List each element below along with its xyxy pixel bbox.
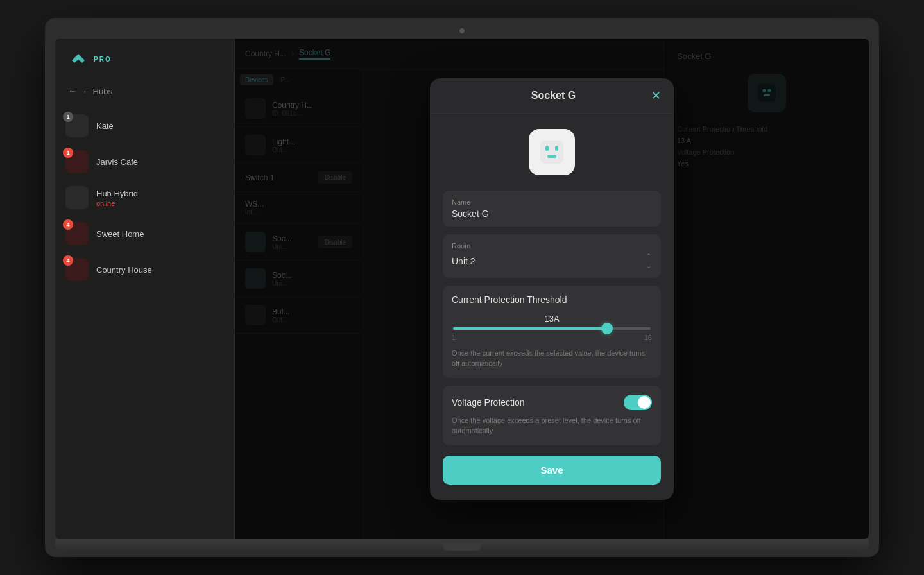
hub-name-kate: Kate bbox=[96, 121, 224, 131]
modal-title: Socket G bbox=[531, 90, 576, 101]
hub-status-hybrid: online bbox=[96, 200, 224, 207]
hub-badge-jarvis: 1 bbox=[63, 148, 73, 158]
hub-name-hybrid: Hub Hybrid bbox=[96, 189, 224, 198]
app-container: PRO ← ← Hubs 1 Kate bbox=[55, 39, 869, 539]
slider-value-label: 13A bbox=[452, 314, 652, 323]
socket-illustration bbox=[536, 137, 567, 167]
main-content: Country H... › Socket G • Nattybook 11 ⇄… bbox=[235, 39, 869, 539]
slider-min-label: 1 bbox=[452, 334, 456, 341]
laptop-notch bbox=[443, 543, 481, 551]
save-button[interactable]: Save bbox=[443, 456, 661, 485]
laptop-shell: PRO ← ← Hubs 1 Kate bbox=[45, 18, 879, 557]
laptop-screen: PRO ← ← Hubs 1 Kate bbox=[55, 39, 869, 539]
hub-item-kate[interactable]: 1 Kate bbox=[55, 108, 234, 144]
hub-item-jarvis[interactable]: 1 Jarvis Cafe bbox=[55, 144, 234, 180]
app-title-label: PRO bbox=[94, 56, 112, 63]
svg-rect-5 bbox=[545, 146, 549, 151]
hub-item-country[interactable]: 4 Country House bbox=[55, 252, 234, 288]
name-value: Socket G bbox=[452, 209, 652, 219]
hub-item-hybrid[interactable]: Hub Hybrid online bbox=[55, 180, 234, 216]
room-chevron-icon: ⌃⌄ bbox=[646, 252, 652, 270]
slider-max-label: 16 bbox=[644, 334, 652, 341]
voltage-toggle[interactable] bbox=[624, 395, 652, 410]
back-button[interactable]: ← ← Hubs bbox=[55, 80, 234, 103]
slider-thumb[interactable] bbox=[601, 323, 613, 334]
room-value: Unit 2 bbox=[452, 256, 475, 266]
hub-avatar-hybrid bbox=[65, 186, 89, 209]
hub-avatar-kate: 1 bbox=[65, 114, 89, 137]
slider-container[interactable] bbox=[452, 327, 652, 330]
sidebar: PRO ← ← Hubs 1 Kate bbox=[55, 39, 235, 539]
slider-track bbox=[453, 327, 651, 330]
hub-badge-sweet: 4 bbox=[63, 219, 73, 230]
hub-list: 1 Kate 1 Jarvis Cafe bbox=[55, 103, 234, 539]
modal-header: Socket G ✕ bbox=[430, 78, 674, 114]
modal-close-button[interactable]: ✕ bbox=[651, 90, 661, 101]
svg-rect-4 bbox=[540, 141, 563, 164]
logo-icon bbox=[68, 51, 89, 67]
back-label: ← Hubs bbox=[82, 87, 112, 96]
room-field[interactable]: Room Unit 2 ⌃⌄ bbox=[443, 234, 661, 278]
hub-avatar-country: 4 bbox=[65, 258, 89, 281]
socket-icon bbox=[529, 129, 575, 175]
voltage-title: Voltage Protection bbox=[452, 397, 525, 408]
hub-badge-country: 4 bbox=[63, 255, 73, 266]
laptop-base bbox=[55, 539, 869, 554]
hub-avatar-jarvis: 1 bbox=[65, 150, 89, 173]
slider-labels: 1 16 bbox=[452, 334, 652, 341]
name-label: Name bbox=[452, 198, 652, 206]
toggle-thumb bbox=[638, 396, 651, 409]
hub-badge-kate: 1 bbox=[63, 112, 73, 122]
modal-dialog: Socket G ✕ bbox=[430, 78, 674, 500]
svg-rect-6 bbox=[555, 146, 558, 151]
current-protection-section: Current Protection Threshold 13A bbox=[443, 286, 661, 378]
room-label: Room bbox=[452, 242, 652, 250]
hub-avatar-sweet: 4 bbox=[65, 222, 89, 245]
back-arrow-icon: ← bbox=[68, 86, 77, 96]
current-protection-title: Current Protection Threshold bbox=[452, 295, 652, 305]
hub-item-sweet[interactable]: 4 Sweet Home bbox=[55, 216, 234, 252]
hub-name-country: Country House bbox=[96, 265, 224, 275]
modal-body: Name Socket G Room Unit 2 ⌃⌄ bbox=[430, 114, 674, 500]
slider-fill bbox=[453, 327, 607, 330]
sidebar-logo: PRO bbox=[55, 39, 234, 80]
svg-rect-7 bbox=[547, 155, 556, 158]
voltage-protection-section: Voltage Protection Once the voltage exce… bbox=[443, 386, 661, 445]
socket-icon-wrap bbox=[443, 129, 661, 175]
hub-name-jarvis: Jarvis Cafe bbox=[96, 157, 224, 167]
voltage-desc: Once the voltage exceeds a preset level,… bbox=[452, 415, 652, 436]
hub-name-sweet: Sweet Home bbox=[96, 229, 224, 239]
modal-backdrop: Socket G ✕ bbox=[235, 39, 869, 539]
current-protection-desc: Once the current exceeds the selected va… bbox=[452, 348, 652, 369]
name-field: Name Socket G bbox=[443, 191, 661, 227]
